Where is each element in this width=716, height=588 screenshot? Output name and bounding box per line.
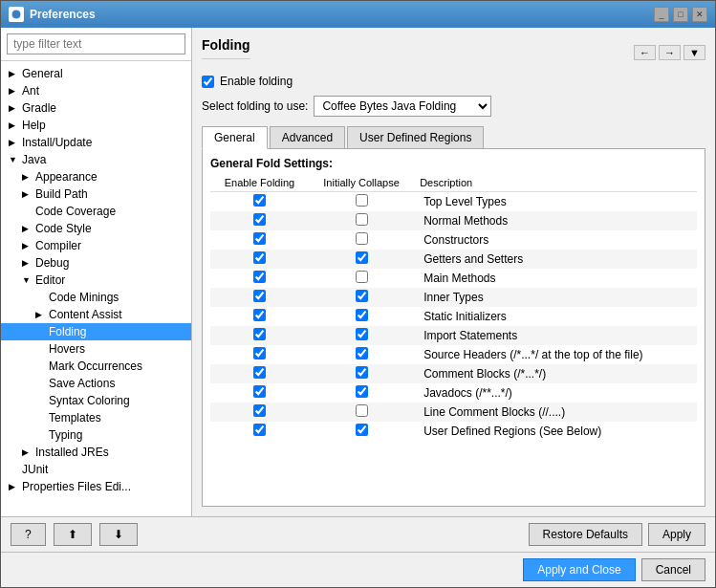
sidebar-label-save-actions: Save Actions	[49, 377, 115, 390]
enable-checkbox-2[interactable]	[253, 232, 266, 245]
tree-arrow-appearance: ▶	[22, 172, 35, 182]
sidebar-item-junit[interactable]: JUnit	[1, 461, 191, 478]
bottom-bar-right: Restore Defaults Apply	[529, 523, 705, 546]
search-input[interactable]	[7, 33, 185, 54]
enable-folding-row: Enable folding	[202, 75, 705, 88]
maximize-button[interactable]: □	[673, 7, 688, 22]
collapse-checkbox-0[interactable]	[356, 194, 368, 207]
tabs-bar: GeneralAdvancedUser Defined Regions	[202, 126, 705, 149]
sidebar-item-code-style[interactable]: ▶Code Style	[1, 220, 191, 237]
sidebar-item-mark-occurrences[interactable]: Mark Occurrences	[1, 358, 191, 375]
collapse-checkbox-10[interactable]	[356, 385, 368, 398]
forward-button[interactable]: →	[659, 45, 681, 60]
sidebar-label-debug: Debug	[35, 256, 69, 270]
enable-checkbox-0[interactable]	[253, 194, 266, 207]
sidebar-label-syntax-coloring: Syntax Coloring	[49, 394, 130, 407]
sidebar-item-code-coverage[interactable]: Code Coverage	[1, 203, 191, 220]
table-row: User Defined Regions (See Below)	[210, 422, 697, 441]
sidebar-item-hovers[interactable]: Hovers	[1, 340, 191, 358]
enable-checkbox-3[interactable]	[253, 251, 266, 264]
sidebar-item-code-minings[interactable]: Code Minings	[1, 289, 191, 306]
sidebar-item-folding[interactable]: Folding	[1, 323, 191, 340]
enable-checkbox-1[interactable]	[253, 213, 266, 226]
sidebar-item-installed-jres[interactable]: ▶Installed JREs	[1, 444, 191, 461]
close-button[interactable]: ✕	[692, 7, 707, 22]
enable-checkbox-8[interactable]	[253, 347, 266, 359]
tab-general[interactable]: General	[202, 126, 268, 149]
folding-select[interactable]: Coffee Bytes Java Folding	[314, 96, 491, 117]
apply-and-close-button[interactable]: Apply and Close	[523, 558, 635, 581]
sidebar-item-editor[interactable]: ▼Editor	[1, 272, 191, 289]
collapse-checkbox-2[interactable]	[356, 232, 368, 245]
help-button[interactable]: ?	[11, 523, 46, 546]
enable-checkbox-11[interactable]	[253, 404, 266, 417]
row-desc-11: Line Comment Blocks (//....)	[414, 403, 697, 422]
sidebar-item-compiler[interactable]: ▶Compiler	[1, 237, 191, 254]
collapse-checkbox-3[interactable]	[356, 251, 368, 264]
collapse-checkbox-4[interactable]	[356, 271, 368, 283]
tab-user-defined[interactable]: User Defined Regions	[347, 126, 484, 148]
sidebar-item-gradle[interactable]: ▶Gradle	[1, 99, 191, 117]
sidebar-item-content-assist[interactable]: ▶Content Assist	[1, 306, 191, 323]
collapse-checkbox-9[interactable]	[356, 366, 368, 379]
table-row: Getters and Setters	[210, 250, 697, 269]
select-folding-row: Select folding to use: Coffee Bytes Java…	[202, 96, 705, 117]
back-button[interactable]: ←	[634, 45, 656, 60]
tree-arrow-editor: ▼	[22, 275, 35, 285]
sidebar-label-properties-files-editor: Properties Files Edi...	[22, 480, 131, 493]
collapse-checkbox-5[interactable]	[356, 290, 368, 302]
tab-advanced[interactable]: Advanced	[270, 126, 345, 148]
sidebar-item-java[interactable]: ▼Java	[1, 151, 191, 168]
minimize-button[interactable]: _	[654, 7, 669, 22]
sidebar-label-content-assist: Content Assist	[49, 308, 122, 321]
sidebar-item-general[interactable]: ▶General	[1, 65, 191, 82]
enable-folding-checkbox[interactable]	[202, 76, 214, 88]
sidebar-item-ant[interactable]: ▶Ant	[1, 82, 191, 99]
enable-checkbox-12[interactable]	[253, 424, 266, 436]
export-button[interactable]: ⬆	[54, 523, 92, 546]
table-row: Comment Blocks (/*...*/)	[210, 364, 697, 383]
sidebar-item-templates[interactable]: Templates	[1, 409, 191, 426]
sidebar-item-install-update[interactable]: ▶Install/Update	[1, 134, 191, 151]
col-enable: Enable Folding	[210, 174, 309, 192]
tree-arrow-debug: ▶	[22, 258, 35, 268]
sidebar-item-properties-files-editor[interactable]: ▶Properties Files Edi...	[1, 478, 191, 495]
collapse-checkbox-11[interactable]	[356, 404, 368, 417]
collapse-checkbox-7[interactable]	[356, 328, 368, 340]
sidebar-item-syntax-coloring[interactable]: Syntax Coloring	[1, 392, 191, 409]
apply-button[interactable]: Apply	[648, 523, 705, 546]
enable-checkbox-9[interactable]	[253, 366, 266, 379]
table-row: Javadocs (/**...*/)	[210, 383, 697, 403]
cancel-button[interactable]: Cancel	[641, 558, 705, 581]
nav-menu-button[interactable]: ▼	[683, 45, 705, 60]
collapse-checkbox-8[interactable]	[356, 347, 368, 359]
bottom-bar: ? ⬆ ⬇ Restore Defaults Apply	[1, 516, 715, 552]
sidebar-item-typing[interactable]: Typing	[1, 426, 191, 444]
table-row: Inner Types	[210, 288, 697, 307]
table-row: Source Headers (/*...*/ at the top of th…	[210, 345, 697, 364]
col-collapse: Initially Collapse	[309, 174, 414, 192]
import-button[interactable]: ⬇	[99, 523, 138, 546]
enable-checkbox-5[interactable]	[253, 290, 266, 302]
restore-defaults-button[interactable]: Restore Defaults	[529, 523, 642, 546]
collapse-checkbox-1[interactable]	[356, 213, 368, 226]
row-desc-7: Import Statements	[414, 326, 697, 345]
sidebar-label-general: General	[22, 67, 63, 80]
enable-checkbox-7[interactable]	[253, 328, 266, 340]
sidebar-item-debug[interactable]: ▶Debug	[1, 254, 191, 272]
enable-checkbox-4[interactable]	[253, 271, 266, 283]
sidebar-item-help[interactable]: ▶Help	[1, 117, 191, 134]
collapse-checkbox-6[interactable]	[356, 309, 368, 321]
bottom-bar-left: ? ⬆ ⬇	[11, 523, 138, 546]
sidebar-item-appearance[interactable]: ▶Appearance	[1, 168, 191, 185]
enable-checkbox-10[interactable]	[253, 385, 266, 398]
sidebar-item-build-path[interactable]: ▶Build Path	[1, 185, 191, 203]
fold-table-body: Top Level TypesNormal MethodsConstructor…	[210, 192, 697, 442]
sidebar-item-save-actions[interactable]: Save Actions	[1, 375, 191, 392]
collapse-checkbox-12[interactable]	[356, 424, 368, 436]
sidebar-label-install-update: Install/Update	[22, 136, 92, 149]
tree-arrow-java: ▼	[9, 155, 22, 164]
row-desc-10: Javadocs (/**...*/)	[414, 383, 697, 403]
enable-checkbox-6[interactable]	[253, 309, 266, 321]
tree-area: ▶General▶Ant▶Gradle▶Help▶Install/Update▼…	[1, 61, 191, 516]
